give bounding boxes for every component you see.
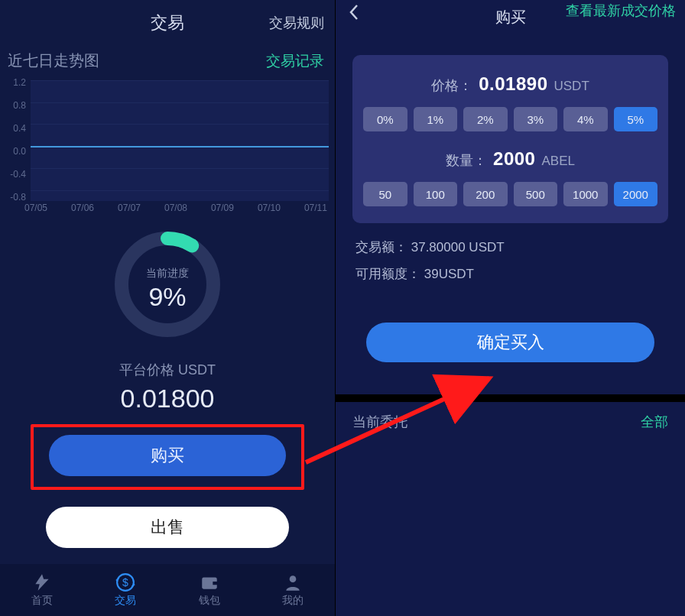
x-tick: 07/07 (118, 203, 141, 213)
percent-chip[interactable]: 5% (614, 107, 658, 131)
page-title: 购买 (495, 7, 526, 28)
nav-trade[interactable]: $交易 (84, 564, 168, 616)
y-tick: -0.4 (6, 169, 26, 180)
percent-chip[interactable]: 0% (363, 107, 407, 131)
price-unit: USDT (554, 79, 589, 94)
price-label: 价格： (431, 76, 472, 95)
buy-button[interactable]: 购买 (49, 435, 286, 476)
seven-day-chart: 1.20.80.40.0-0.4-0.8 07/0507/0607/0707/0… (6, 77, 329, 213)
orders-title: 当前委托 (352, 413, 407, 431)
back-button[interactable] (348, 3, 360, 25)
nav-label: 钱包 (199, 594, 220, 608)
trade-icon: $ (115, 572, 135, 592)
page-title: 交易 (151, 11, 184, 34)
svg-point-6 (290, 575, 297, 582)
quantity-chip[interactable]: 200 (463, 182, 508, 206)
quantity-chip[interactable]: 2000 (614, 182, 658, 206)
x-tick: 07/05 (24, 203, 47, 213)
percent-chip[interactable]: 2% (463, 107, 508, 131)
order-card: 价格： 0.01890 USDT 0%1%2%3%4%5% 数量： 2000 A… (352, 55, 668, 223)
nav-label: 交易 (115, 594, 136, 608)
annotation-highlight: 购买 (31, 424, 304, 490)
trade-record-link[interactable]: 交易记录 (266, 51, 324, 71)
platform-price-value: 0.01800 (0, 384, 335, 413)
qty-label: 数量： (446, 151, 487, 170)
y-tick: 0.8 (6, 100, 26, 111)
y-tick: 1.2 (6, 77, 26, 88)
y-tick: 0.0 (6, 146, 26, 157)
qty-unit: ABEL (541, 154, 574, 169)
trade-amount-label: 交易额： (355, 240, 407, 255)
percent-chip[interactable]: 4% (563, 107, 608, 131)
chart-title: 近七日走势图 (8, 50, 99, 71)
percent-chip[interactable]: 1% (414, 107, 458, 131)
quantity-chip[interactable]: 500 (514, 182, 558, 206)
trade-rules-link[interactable]: 交易规则 (269, 14, 324, 32)
trade-amount-value: 37.80000 USDT (411, 240, 505, 255)
qty-value: 2000 (493, 148, 535, 170)
nav-home[interactable]: 首页 (0, 564, 84, 616)
platform-price-label: 平台价格 USDT (0, 361, 335, 379)
x-tick: 07/10 (258, 203, 281, 213)
nav-label: 首页 (31, 594, 53, 608)
x-tick: 07/09 (211, 203, 234, 213)
home-icon (32, 572, 52, 592)
quantity-chip[interactable]: 50 (363, 182, 407, 206)
progress-label: 当前进度 (0, 267, 335, 280)
nav-label: 我的 (282, 594, 304, 608)
available-value: 39USDT (424, 267, 474, 281)
available-label: 可用额度： (355, 267, 420, 281)
section-divider (336, 394, 685, 402)
quantity-chip[interactable]: 100 (414, 182, 458, 206)
y-tick: 0.4 (6, 123, 26, 134)
percent-chip[interactable]: 3% (514, 107, 558, 131)
x-tick: 07/11 (304, 203, 327, 213)
nav-wallet[interactable]: 钱包 (167, 564, 252, 616)
nav-profile[interactable]: 我的 (252, 564, 336, 616)
price-value: 0.01890 (479, 73, 547, 95)
all-orders-link[interactable]: 全部 (641, 413, 668, 431)
chevron-left-icon (348, 3, 360, 21)
sell-button[interactable]: 出售 (46, 507, 289, 548)
confirm-buy-button[interactable]: 确定买入 (366, 323, 654, 362)
progress-value: 9% (0, 282, 335, 312)
svg-rect-5 (213, 582, 218, 585)
bottom-nav: 首页$交易钱包我的 (0, 564, 335, 616)
quantity-chip[interactable]: 1000 (563, 182, 608, 206)
x-tick: 07/08 (164, 203, 187, 213)
x-tick: 07/06 (71, 203, 94, 213)
wallet-icon (200, 572, 219, 592)
profile-icon (283, 572, 303, 592)
latest-price-link[interactable]: 查看最新成交价格 (566, 2, 676, 20)
y-tick: -0.8 (6, 192, 26, 203)
svg-text:$: $ (122, 576, 128, 588)
